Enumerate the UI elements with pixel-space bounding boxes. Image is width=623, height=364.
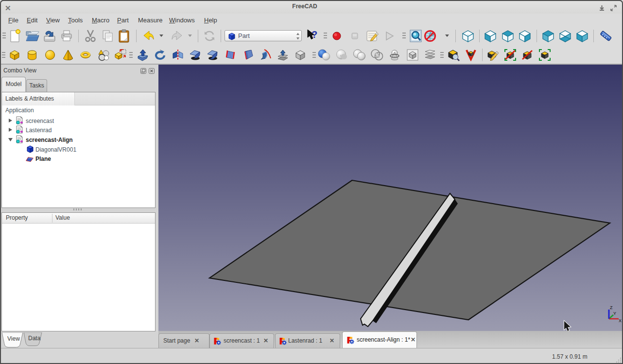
svg-text:X: X <box>619 318 622 323</box>
svg-text:View: View <box>7 335 20 342</box>
svg-text:Z: Z <box>610 305 613 310</box>
svg-text:?: ? <box>312 29 317 40</box>
svg-text:Data: Data <box>28 335 41 342</box>
svg-text:Y: Y <box>613 311 616 316</box>
